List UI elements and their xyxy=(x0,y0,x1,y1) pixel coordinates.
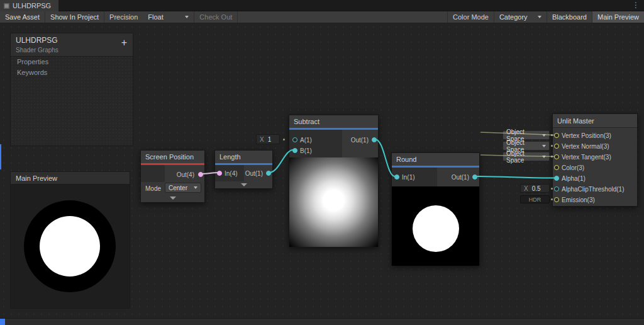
chevron-down-icon xyxy=(542,145,546,147)
field-value: 0.5 xyxy=(532,185,541,192)
input-column xyxy=(141,165,165,182)
tab-title: ULHDRPSG xyxy=(13,2,51,9)
chevron-down-icon xyxy=(542,156,546,158)
port-label: Out(1) xyxy=(452,174,469,181)
precision-dropdown[interactable]: Float xyxy=(143,11,194,23)
mode-dropdown[interactable]: Center xyxy=(165,183,201,193)
port-connector-dot xyxy=(551,156,553,157)
show-in-project-button[interactable]: Show In Project xyxy=(45,11,104,23)
port-label: Vertex Normal(3) xyxy=(562,141,609,152)
node-preview-gradient xyxy=(289,157,378,247)
port-connector-dot xyxy=(551,145,553,147)
collapse-chevron-icon[interactable] xyxy=(170,197,176,200)
master-row-alphaclip: AlphaClipThreshold(1) xyxy=(553,184,637,195)
node-title[interactable]: Screen Position xyxy=(141,151,204,163)
precision-value: Float xyxy=(148,13,163,21)
main-preview-panel: Main Preview xyxy=(10,171,130,309)
port-label: Vertex Tangent(3) xyxy=(562,152,611,162)
master-row-vertex-tangent: Vertex Tangent(3) xyxy=(553,152,637,162)
master-row-vertex-position: Vertex Position(3) xyxy=(553,130,637,141)
subtract-a-value-field[interactable]: X 1 xyxy=(256,134,280,144)
node-screen-position[interactable]: Screen Position Out(4) Mode Center xyxy=(140,150,205,203)
color-port[interactable] xyxy=(554,165,559,170)
out-port[interactable] xyxy=(198,172,203,177)
blackboard-toggle-button[interactable]: Blackboard xyxy=(547,11,592,23)
chevron-down-icon xyxy=(542,134,546,137)
color-mode-dropdown[interactable]: Category xyxy=(494,11,547,23)
vertex-normal-port[interactable] xyxy=(554,144,559,149)
blackboard-subtitle: Shader Graphs xyxy=(16,47,128,54)
node-length[interactable]: Length In(4) Out(1) xyxy=(214,150,273,189)
port-label: In(1) xyxy=(402,174,415,181)
port-connector-dot xyxy=(551,134,553,136)
toolbar-right-group: Color Mode Category Blackboard Main Prev… xyxy=(447,11,644,23)
port-connector-dot xyxy=(551,198,553,200)
vertex-tangent-port[interactable] xyxy=(554,154,559,159)
port-label: Out(1) xyxy=(245,170,263,177)
chevron-down-icon xyxy=(185,16,189,18)
port-label: AlphaClipThreshold(1) xyxy=(562,184,625,195)
tab-ulhdrpsg[interactable]: ULHDRPSG xyxy=(0,0,58,11)
kebab-menu-icon[interactable]: ⋮ xyxy=(632,1,640,9)
node-title[interactable]: Length xyxy=(215,151,272,163)
port-label: B(1) xyxy=(300,147,312,154)
master-row-color: Color(3) xyxy=(553,162,637,173)
port-label: Out(4) xyxy=(177,171,194,178)
node-title[interactable]: Round xyxy=(392,153,479,166)
master-row-alpha: Alpha(1) xyxy=(553,173,637,184)
emission-hdr-field[interactable]: HDR xyxy=(520,195,550,203)
preview-white-circle xyxy=(413,205,459,252)
out-port[interactable] xyxy=(372,137,377,142)
blackboard-section-keywords[interactable]: Keywords xyxy=(11,67,133,78)
mode-value: Center xyxy=(169,185,187,191)
node-title[interactable]: Subtract xyxy=(289,115,378,128)
alpha-clip-threshold-field[interactable]: X 0.5 xyxy=(520,184,550,193)
blackboard-header[interactable]: ULHDRPSG Shader Graphs + xyxy=(11,33,133,57)
field-axis-label: X xyxy=(260,136,264,143)
alpha-port[interactable] xyxy=(554,176,559,181)
port-label: Alpha(1) xyxy=(562,173,586,184)
precision-label: Precision xyxy=(104,11,143,23)
node-round[interactable]: Round In(1) Out(1) xyxy=(391,152,480,266)
check-out-button: Check Out xyxy=(194,11,238,23)
chevron-down-icon xyxy=(194,186,197,189)
out-port[interactable] xyxy=(266,171,271,176)
emission-port[interactable] xyxy=(554,197,559,202)
blackboard-title: ULHDRPSG xyxy=(16,36,128,45)
port-label: Color(3) xyxy=(562,162,584,173)
blackboard-section-properties[interactable]: Properties xyxy=(11,57,133,67)
port-label: A(1) xyxy=(300,137,312,144)
vertex-position-port[interactable] xyxy=(554,133,559,138)
bottom-left-selection-indicator xyxy=(0,319,5,325)
chevron-down-icon xyxy=(538,16,541,18)
node-unlit-master[interactable]: Unlit Master Vertex Position(3) Vertex N… xyxy=(552,113,638,207)
master-row-vertex-normal: Vertex Normal(3) xyxy=(553,141,637,152)
port-label: Vertex Position(3) xyxy=(562,130,611,141)
port-connector-dot xyxy=(283,139,285,140)
save-asset-button[interactable]: Save Asset xyxy=(0,11,45,23)
add-property-button[interactable]: + xyxy=(121,38,127,48)
main-preview-render xyxy=(11,185,130,308)
vertex-tangent-space-dropdown[interactable]: Object Space xyxy=(502,152,550,161)
toolbar: Save Asset Show In Project Precision Flo… xyxy=(0,11,644,23)
color-mode-value: Category xyxy=(499,13,528,21)
shader-graph-window: ULHDRPSG ⋮ Save Asset Show In Project Pr… xyxy=(0,0,644,325)
field-axis-label: X xyxy=(524,185,528,192)
main-preview-header[interactable]: Main Preview xyxy=(11,172,130,185)
collapse-chevron-icon[interactable] xyxy=(241,183,247,186)
node-subtract[interactable]: Subtract A(1) B(1) Out(1) xyxy=(289,115,379,247)
in-port[interactable] xyxy=(217,171,222,176)
input-column xyxy=(289,130,342,157)
out-port[interactable] xyxy=(472,174,477,180)
node-preview-circle xyxy=(392,186,479,266)
alpha-clip-threshold-port[interactable] xyxy=(554,186,559,191)
a-port[interactable] xyxy=(292,137,297,142)
preview-ring-shape xyxy=(24,200,116,292)
in-port[interactable] xyxy=(394,174,399,180)
port-label: In(4) xyxy=(225,170,238,177)
field-value: 1 xyxy=(268,136,272,143)
main-preview-toggle-button[interactable]: Main Preview xyxy=(592,11,644,23)
node-title[interactable]: Unlit Master xyxy=(553,114,637,128)
master-row-emission: Emission(3) xyxy=(553,195,637,205)
b-port[interactable] xyxy=(292,148,297,153)
